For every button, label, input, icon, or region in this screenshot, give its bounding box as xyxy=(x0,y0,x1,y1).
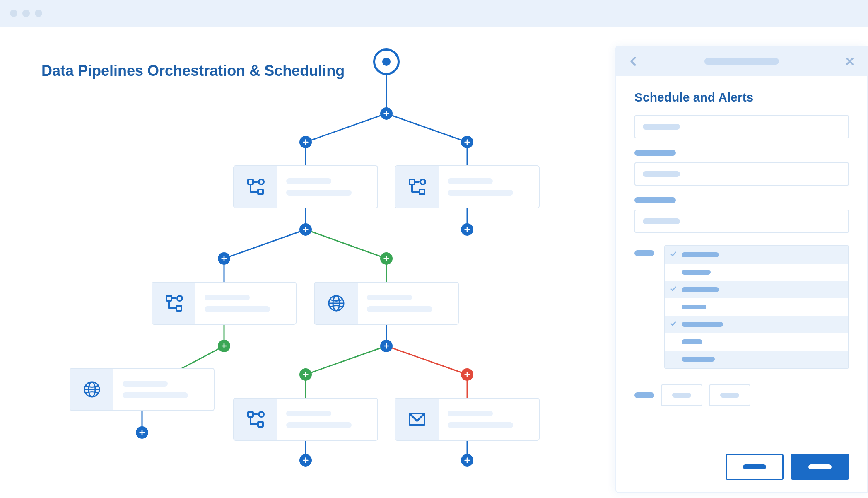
task-card-body xyxy=(277,399,377,440)
checklist-item-label-placeholder xyxy=(682,287,719,292)
back-button[interactable] xyxy=(626,54,641,69)
add-node-button[interactable] xyxy=(299,223,312,236)
task-subtitle-placeholder xyxy=(367,306,432,312)
task-title-placeholder xyxy=(286,411,331,416)
checklist-item-label-placeholder xyxy=(682,305,706,309)
svg-point-59 xyxy=(259,412,264,417)
add-node-button[interactable] xyxy=(136,426,148,439)
task-subtitle-placeholder xyxy=(286,422,352,428)
checklist-item[interactable] xyxy=(665,333,848,351)
checklist-item[interactable] xyxy=(665,351,848,368)
task-title-placeholder xyxy=(448,411,493,416)
task-subtitle-placeholder xyxy=(448,422,513,428)
add-node-button[interactable] xyxy=(380,107,393,120)
add-node-button[interactable] xyxy=(299,454,312,467)
checklist-item[interactable] xyxy=(665,298,848,316)
svg-rect-32 xyxy=(420,189,424,194)
svg-line-14 xyxy=(306,346,386,375)
add-node-button[interactable] xyxy=(461,136,473,148)
svg-line-8 xyxy=(306,230,386,259)
add-node-button[interactable] xyxy=(299,136,312,148)
checklist-item-label-placeholder xyxy=(682,339,702,344)
side-panel-body: Schedule and Alerts xyxy=(616,76,867,492)
task-card-body xyxy=(358,283,458,324)
task-card[interactable] xyxy=(152,282,297,325)
svg-line-15 xyxy=(386,346,467,375)
task-subtitle-placeholder xyxy=(123,392,188,398)
svg-line-1 xyxy=(306,114,386,142)
form-input-3[interactable] xyxy=(634,210,849,233)
task-card[interactable] xyxy=(314,282,459,325)
pipeline-canvas[interactable] xyxy=(0,27,613,498)
mail-icon xyxy=(395,399,439,440)
button-row-label xyxy=(634,392,654,398)
branch-icon xyxy=(395,166,439,208)
checklist-item-label-placeholder xyxy=(682,357,715,362)
svg-point-31 xyxy=(420,179,425,184)
side-panel-header-title-placeholder xyxy=(704,58,779,65)
cancel-button[interactable] xyxy=(726,454,784,480)
task-card-body xyxy=(277,166,377,208)
add-node-button[interactable] xyxy=(461,223,473,236)
traffic-light-minimize-icon xyxy=(22,10,30,17)
task-card-body xyxy=(195,283,296,324)
panel-section-title: Schedule and Alerts xyxy=(634,90,849,104)
browser-chrome xyxy=(0,0,868,27)
add-node-button[interactable] xyxy=(380,340,393,352)
add-node-button[interactable] xyxy=(461,368,473,381)
task-card[interactable] xyxy=(233,398,378,441)
task-title-placeholder xyxy=(123,381,168,387)
task-title-placeholder xyxy=(367,295,412,300)
task-card[interactable] xyxy=(70,368,215,411)
svg-line-2 xyxy=(386,114,467,142)
task-title-placeholder xyxy=(205,295,250,300)
svg-line-7 xyxy=(224,230,306,259)
close-button[interactable] xyxy=(842,54,857,69)
checklist[interactable] xyxy=(664,245,849,369)
task-card[interactable] xyxy=(233,165,378,208)
form-input-1[interactable] xyxy=(634,115,849,138)
checklist-item-label-placeholder xyxy=(682,270,711,275)
root-node[interactable] xyxy=(373,48,400,75)
check-icon xyxy=(670,251,677,259)
add-node-button[interactable] xyxy=(218,340,230,352)
globe-icon xyxy=(315,283,358,324)
chip-button-1[interactable] xyxy=(661,384,702,406)
branch-icon xyxy=(152,283,195,324)
chip-button-2[interactable] xyxy=(709,384,750,406)
save-button[interactable] xyxy=(791,454,849,480)
svg-point-42 xyxy=(177,296,182,301)
form-label-1 xyxy=(634,150,676,156)
task-subtitle-placeholder xyxy=(448,190,513,196)
globe-icon xyxy=(70,369,113,410)
checklist-item[interactable] xyxy=(665,316,848,333)
checklist-item[interactable] xyxy=(665,246,848,264)
checklist-label xyxy=(634,250,654,256)
checklist-item-label-placeholder xyxy=(682,322,723,327)
svg-point-28 xyxy=(259,179,264,184)
svg-rect-29 xyxy=(258,189,263,194)
branch-icon xyxy=(234,166,277,208)
form-input-2[interactable] xyxy=(634,162,849,186)
task-card[interactable] xyxy=(395,398,540,441)
add-node-button[interactable] xyxy=(380,252,393,265)
task-subtitle-placeholder xyxy=(205,306,270,312)
side-panel-header xyxy=(616,46,867,76)
checklist-item[interactable] xyxy=(665,281,848,298)
checklist-item[interactable] xyxy=(665,264,848,281)
checklist-item-label-placeholder xyxy=(682,252,719,257)
task-title-placeholder xyxy=(286,178,331,184)
side-panel: Schedule and Alerts xyxy=(615,46,868,493)
add-node-button[interactable] xyxy=(218,252,230,265)
svg-rect-60 xyxy=(258,422,263,427)
branch-icon xyxy=(234,399,277,440)
check-icon xyxy=(670,320,677,329)
task-card-body xyxy=(439,399,539,440)
add-node-button[interactable] xyxy=(299,368,312,381)
traffic-light-expand-icon xyxy=(35,10,42,17)
task-card[interactable] xyxy=(395,165,540,208)
task-subtitle-placeholder xyxy=(286,190,352,196)
add-node-button[interactable] xyxy=(461,454,473,467)
task-card-body xyxy=(439,166,539,208)
svg-rect-43 xyxy=(176,306,181,311)
